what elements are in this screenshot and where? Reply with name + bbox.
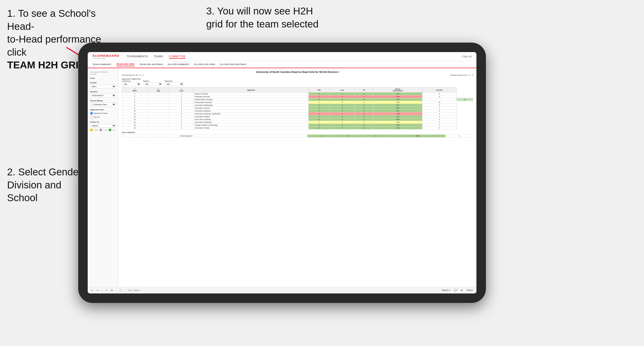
subnav-player-summary[interactable]: PLAYER SUMMARY [168,63,190,66]
region-filter[interactable]: (All) [144,82,162,86]
grid-records: Overall Record: 89 - 17 - 0 Division Rec… [122,74,473,76]
colour-select[interactable]: Win/loss [90,124,116,128]
toolbar-right: Watch ▾ 💬 ⊞ Share [441,289,474,292]
gender-select[interactable]: Men's [90,85,116,88]
sidebar-gender-section: Gender Men's [90,82,116,88]
sidebar-division-section: Division NCAA Division I [90,91,116,97]
cut-btn[interactable]: ✂ [105,289,108,292]
tablet-frame: SCOREBOARD Powered by clippi TOURNAMENTS… [78,43,486,303]
sidebar-colour-section: Colour by Win/loss Down Level Up [90,121,116,131]
ood-rank [122,135,141,138]
table-row: 105University of Alabama3002.618 [122,110,473,112]
overall-record: Overall Record: 89 - 17 - 0 [122,74,144,76]
ood-name: NCAA Division II [179,135,307,138]
sidebar-opponent-section: Opponent View Opponents Played Top 100 [90,109,116,119]
filter-group-region: Region (All) [144,80,162,86]
gender-label: Gender [90,82,116,84]
swatch-up [108,129,112,131]
table-row: 21Auburn University2101.679 [122,93,473,95]
sidebar-school-section: School (Rank) 1. University of Nort... [90,100,116,106]
subnav-player-h2h-heatmap[interactable]: PLAYER H2H HEATMAP [220,63,246,66]
logo-text: SCOREBOARD [92,54,120,57]
conference-filter[interactable]: (All) [122,82,141,86]
school-select[interactable]: 1. University of Nort... [90,103,116,106]
subnav-team-h2h-heatmap[interactable]: TEAM H2H HEATMAP [139,63,163,66]
division-select[interactable]: NCAA Division I [90,94,116,97]
sidebar-timestamp: Last Updated: 27/03/2024 16:55:38 [90,71,116,75]
nav-teams[interactable]: TEAMS [154,54,163,59]
out-of-division-table: NCAA Division II 1 0 0 26.00 3 [122,134,473,138]
ood-diff: 26.00 [390,135,446,138]
col-conf: #Conf [169,88,194,93]
redo-btn[interactable]: ↪ [96,289,99,292]
ood-conf [160,135,180,138]
nav-committee[interactable]: COMMITTEE [169,54,186,59]
swatch-level [99,129,102,131]
radio-opponents-played[interactable]: Opponents Played [90,112,116,115]
col-diff: Diff AvStrokes/Rnd [373,88,422,93]
division-label: Division [90,91,116,93]
filter-label-conference: Opponents: Opponents: [122,78,141,80]
ood-win: 1 [307,135,334,138]
clock-btn[interactable]: 🕐 [118,289,122,292]
main-content: Last Updated: 27/03/2024 16:55:38 Team G… [88,68,476,287]
subnav-player-h2h-grid[interactable]: PLAYER H2H GRID [194,63,215,66]
swatch-level-label: Level [104,129,107,131]
opponent-radio-group: Opponents Played Top 100 [90,112,116,119]
col-win: Win [308,88,330,93]
ood-reg [141,135,160,138]
subnav-team-summary[interactable]: TEAM SUMMARY [92,63,112,66]
opponent-filter[interactable]: (All) [165,82,184,86]
logo-sub: Powered by clippi [92,57,120,59]
filter-label-opponent: Opponent [165,80,184,82]
colour-swatches: Down Level Up [90,129,116,131]
colour-label: Colour by [90,121,116,123]
table-row: 93University of Arizona1009.002 [122,107,473,110]
table-row: 154Georgia Institute of Technology5004.5… [122,124,473,127]
sub-navbar: TEAM SUMMARY TEAM H2H GRID TEAM H2H HEAT… [88,61,476,68]
grid-title: University of North Carolina Head-to-Hea… [122,71,473,73]
undo-btn[interactable]: ↩ [90,289,94,292]
col-rank: #Rank [122,88,148,93]
sidebar: Last Updated: 27/03/2024 16:55:38 Team G… [88,68,118,287]
table-row: 116University of Arkansas, Fayetteville0… [122,112,473,115]
table-row: 82University of Washington1003.673 [122,104,473,107]
nav-tournaments[interactable]: TOURNAMENTS [126,54,148,59]
ood-loss: 0 [335,135,362,138]
filter-group-conference: Opponents: Opponents: Conference (All) [122,78,141,86]
radio-top100[interactable]: Top 100 [90,116,116,119]
sign-out-link[interactable]: | Sign out [462,55,472,58]
team-label: Team [90,77,116,79]
opponent-view-label: Opponent View [90,109,116,111]
out-of-division-row: NCAA Division II 1 0 0 26.00 3 [122,135,473,138]
table-row: 142University of Oklahoma120-1.009 [122,121,473,124]
ood-rounds: 3 [446,135,473,138]
view-original-label[interactable]: View: Original [126,289,141,292]
h2h-table: #Rank #Reg #Conf Opponent Win Loss Tie D… [122,87,473,130]
swatch-down [90,129,93,131]
out-of-division-label: Out of division [122,131,473,134]
col-opponent: Opponent [194,88,308,93]
swatch-up-label: Up [113,129,115,131]
ood-tie: 0 [362,135,389,138]
sidebar-team-section: Team [90,77,116,79]
col-reg: #Reg [148,88,169,93]
subnav-team-h2h-grid[interactable]: TEAM H2H GRID [116,62,135,66]
comment-btn[interactable]: 💬 [454,289,458,292]
col-loss: Loss [330,88,355,93]
filter-label-region: Region [144,80,162,82]
col-tie: Tie [354,88,373,93]
watch-btn[interactable]: Watch ▾ [441,289,451,292]
back-btn[interactable]: ‹ [101,289,103,292]
division-record: Division Record: 88 - 17 - 0 [450,74,473,76]
col-rounds: Rounds [422,88,457,93]
table-row: 163University of Florida310-6.429 [122,127,473,130]
grid-btn[interactable]: ⊞ [460,289,464,292]
grid-area: University of North Carolina Head-to-Hea… [118,68,476,287]
table-row: 121University of Virginia1002.333 [122,115,473,118]
scoreboard-logo: SCOREBOARD Powered by clippi [92,54,120,59]
table-row: 32Vanderbilt University040-2.298 [122,95,473,98]
paste-btn[interactable]: ⊕ [110,289,114,292]
share-btn[interactable]: Share [466,289,474,292]
table-row: 41Arizona State University5102.2917 [122,98,473,101]
